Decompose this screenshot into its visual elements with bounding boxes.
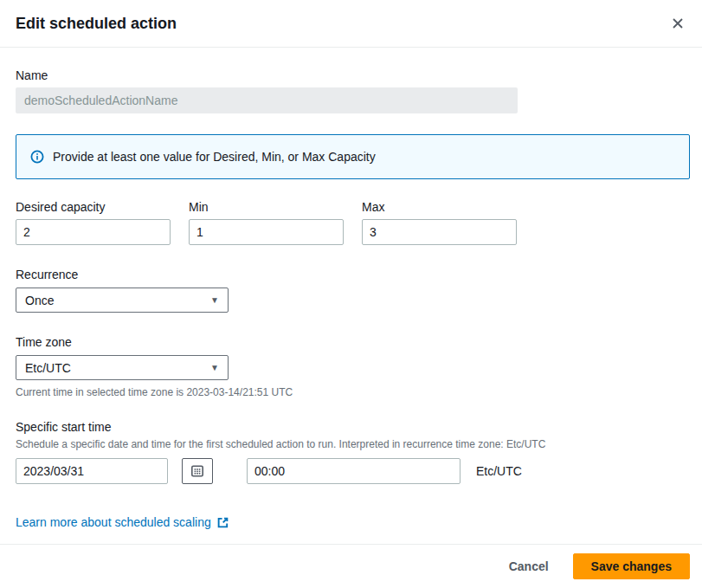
start-time-zone-label: Etc/UTC (476, 464, 522, 478)
info-icon (30, 150, 44, 164)
specific-start-time-description: Schedule a specific date and time for th… (16, 437, 690, 451)
desired-capacity-label: Desired capacity (16, 198, 171, 216)
close-button[interactable] (667, 13, 688, 34)
name-field-group: Name (16, 67, 690, 113)
desired-capacity-input[interactable] (16, 219, 171, 245)
info-alert-text: Provide at least one value for Desired, … (53, 150, 376, 164)
time-zone-group: Time zone Etc/UTC ▼ Current time in sele… (16, 333, 690, 399)
recurrence-label: Recurrence (16, 266, 690, 283)
info-alert: Provide at least one value for Desired, … (16, 134, 690, 179)
save-changes-button[interactable]: Save changes (573, 553, 690, 579)
chevron-down-icon: ▼ (210, 364, 219, 372)
name-label: Name (16, 67, 690, 84)
time-zone-select[interactable]: Etc/UTC ▼ (16, 355, 229, 380)
calendar-icon (190, 464, 204, 478)
start-time-inputs-row: Etc/UTC (16, 458, 690, 484)
max-input[interactable] (362, 219, 517, 245)
recurrence-selected-value: Once (25, 294, 54, 307)
close-icon (671, 16, 685, 30)
min-input[interactable] (189, 219, 344, 245)
min-label: Min (189, 198, 344, 216)
start-time-input[interactable] (247, 458, 460, 484)
specific-start-time-group: Specific start time Schedule a specific … (16, 418, 690, 484)
dialog-footer: Cancel Save changes (0, 544, 702, 588)
specific-start-time-label: Specific start time (16, 418, 690, 436)
cancel-button[interactable]: Cancel (509, 559, 549, 573)
dialog-body: Name Provide at least one value for Desi… (0, 48, 702, 544)
calendar-picker-button[interactable] (182, 458, 213, 484)
current-time-helper: Current time in selected time zone is 20… (16, 385, 690, 399)
recurrence-group: Recurrence Once ▼ (16, 266, 690, 313)
time-zone-selected-value: Etc/UTC (25, 361, 71, 375)
edit-scheduled-action-dialog: Edit scheduled action Name (0, 0, 702, 588)
dialog-title: Edit scheduled action (16, 15, 177, 33)
recurrence-select[interactable]: Once ▼ (16, 288, 229, 313)
max-label: Max (362, 198, 517, 216)
min-capacity-group: Min (189, 198, 344, 245)
dialog-header: Edit scheduled action (0, 0, 702, 48)
desired-capacity-group: Desired capacity (16, 198, 171, 245)
capacity-fields-row: Desired capacity Min Max (16, 198, 690, 245)
external-link-icon (216, 516, 229, 529)
name-input (16, 87, 518, 113)
time-zone-label: Time zone (16, 333, 690, 351)
learn-more-link[interactable]: Learn more about scheduled scaling (16, 515, 229, 529)
chevron-down-icon: ▼ (210, 296, 219, 305)
max-capacity-group: Max (362, 198, 517, 245)
learn-more-link-label: Learn more about scheduled scaling (16, 515, 211, 529)
start-date-input[interactable] (16, 458, 168, 484)
